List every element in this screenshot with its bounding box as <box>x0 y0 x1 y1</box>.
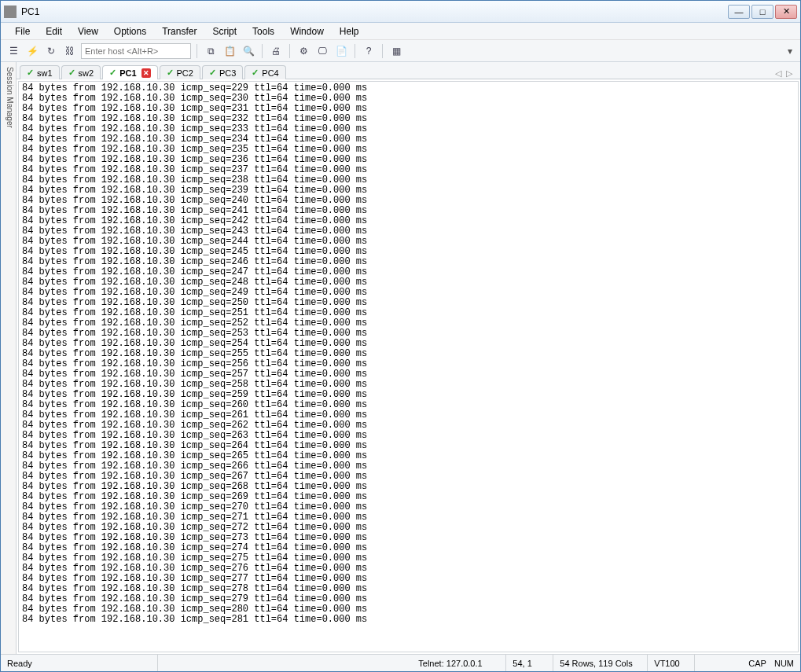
tab-sw1[interactable]: ✓sw1 <box>20 65 60 79</box>
status-ready: Ready <box>1 655 158 671</box>
tab-sw2[interactable]: ✓sw2 <box>61 65 101 79</box>
check-icon: ✓ <box>209 68 216 78</box>
app-icon <box>4 6 17 18</box>
toolbar-separator <box>197 44 197 58</box>
reconnect-icon[interactable]: ↻ <box>43 43 59 59</box>
quick-connect-icon[interactable]: ⚡ <box>24 43 40 59</box>
tab-label: PC2 <box>177 68 193 78</box>
status-cursor: 54, 1 <box>506 655 553 671</box>
check-icon: ✓ <box>27 68 34 78</box>
sidebar-session-manager[interactable]: Session Manager <box>1 62 17 654</box>
options-icon[interactable]: ⚙ <box>296 43 311 59</box>
toolbar-separator <box>382 44 383 58</box>
menu-window[interactable]: Window <box>282 24 332 39</box>
check-icon: ✓ <box>167 68 174 78</box>
minimize-button[interactable]: — <box>728 5 750 19</box>
menu-file[interactable]: File <box>7 24 38 39</box>
tab-label: PC1 <box>119 68 136 78</box>
status-cap: CAP <box>748 659 766 668</box>
menu-transfer[interactable]: Transfer <box>154 24 204 39</box>
toolbar-separator <box>289 44 290 58</box>
tab-pc1[interactable]: ✓PC1✕ <box>102 65 157 79</box>
menu-view[interactable]: View <box>70 24 106 39</box>
tabbar: ✓sw1 ✓sw2 ✓PC1✕ ✓PC2 ✓PC3 ✓PC4 ◁ ▷ <box>17 62 800 79</box>
check-icon: ✓ <box>252 68 259 78</box>
tab-nav: ◁ ▷ <box>775 68 797 79</box>
toolbar-overflow-icon[interactable]: ▾ <box>784 46 795 57</box>
menu-script[interactable]: Script <box>204 24 244 39</box>
window-controls: — □ ✕ <box>728 5 797 19</box>
menubar: File Edit View Options Transfer Script T… <box>1 23 800 40</box>
tab-prev-icon[interactable]: ◁ <box>775 68 781 79</box>
menu-edit[interactable]: Edit <box>38 24 70 39</box>
paste-icon[interactable]: 📋 <box>222 43 237 59</box>
copy-icon[interactable]: ⧉ <box>203 43 219 59</box>
help-icon[interactable]: ? <box>361 43 377 59</box>
maximize-button[interactable]: □ <box>751 5 773 19</box>
tab-pc4[interactable]: ✓PC4 <box>244 65 285 79</box>
tab-next-icon[interactable]: ▷ <box>786 68 792 79</box>
titlebar: PC1 — □ ✕ <box>1 1 800 23</box>
check-icon: ✓ <box>68 68 75 78</box>
screen-icon[interactable]: 🖵 <box>314 43 330 59</box>
status-num: NUM <box>774 659 794 668</box>
tab-pc2[interactable]: ✓PC2 <box>160 65 200 79</box>
disconnect-icon[interactable]: ⛓ <box>62 43 78 59</box>
grid-icon[interactable]: ▦ <box>388 43 404 59</box>
status-keyboard: CAP NUM <box>742 659 800 668</box>
print-icon[interactable]: 🖨 <box>268 43 284 59</box>
host-input[interactable] <box>81 43 191 59</box>
tab-pc3[interactable]: ✓PC3 <box>202 65 243 79</box>
status-connection: Telnet: 127.0.0.1 <box>412 655 506 671</box>
close-tab-icon[interactable]: ✕ <box>141 68 151 78</box>
window-title: PC1 <box>21 6 39 17</box>
menu-help[interactable]: Help <box>332 24 367 39</box>
session-manager-icon[interactable]: ☰ <box>6 43 21 59</box>
main-column: ✓sw1 ✓sw2 ✓PC1✕ ✓PC2 ✓PC3 ✓PC4 ◁ ▷ 84 by… <box>17 62 800 654</box>
status-dimensions: 54 Rows, 119 Cols <box>553 655 648 671</box>
tab-label: PC3 <box>219 68 236 78</box>
log-icon[interactable]: 📄 <box>333 43 349 59</box>
tab-label: sw2 <box>79 68 94 78</box>
tab-label: PC4 <box>262 68 278 78</box>
statusbar: Ready Telnet: 127.0.0.1 54, 1 54 Rows, 1… <box>1 654 800 671</box>
check-icon: ✓ <box>109 68 116 78</box>
tab-label: sw1 <box>37 68 53 78</box>
status-term-type: VT100 <box>648 655 695 671</box>
toolbar: ☰ ⚡ ↻ ⛓ ⧉ 📋 🔍 🖨 ⚙ 🖵 📄 ? ▦ ▾ <box>1 40 800 62</box>
status-blank <box>695 655 742 671</box>
close-button[interactable]: ✕ <box>775 5 797 19</box>
toolbar-separator <box>262 44 263 58</box>
terminal-output[interactable]: 84 bytes from 192.168.10.30 icmp_seq=229… <box>18 81 799 652</box>
toolbar-separator <box>355 44 355 58</box>
body-row: Session Manager ✓sw1 ✓sw2 ✓PC1✕ ✓PC2 ✓PC… <box>1 62 800 654</box>
menu-tools[interactable]: Tools <box>244 24 282 39</box>
menu-options[interactable]: Options <box>106 24 154 39</box>
find-icon[interactable]: 🔍 <box>241 43 256 59</box>
app-window: PC1 — □ ✕ File Edit View Options Transfe… <box>0 0 801 672</box>
